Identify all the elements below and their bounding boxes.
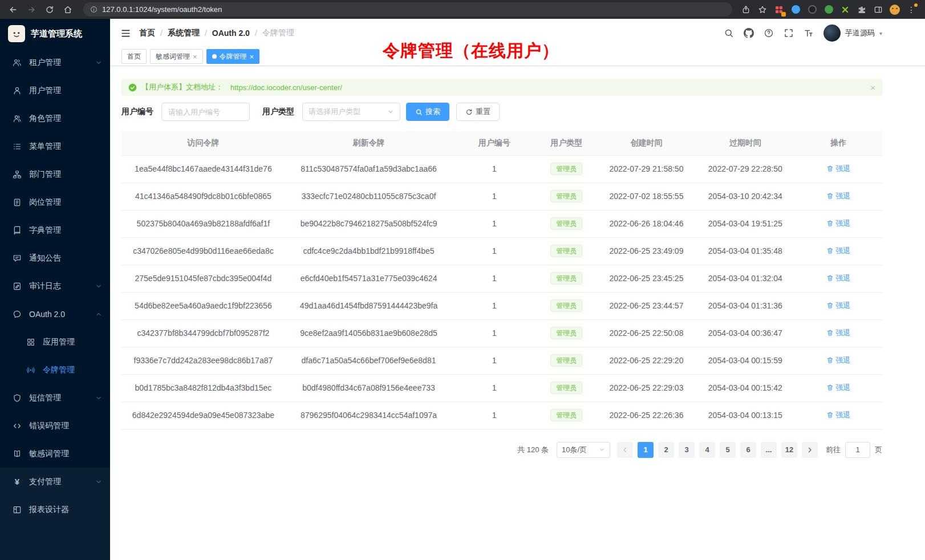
- doc-link[interactable]: https://doc.iocoder.cn/user-center/: [230, 83, 342, 92]
- force-logout-button[interactable]: 强退: [826, 218, 850, 229]
- user-id-input[interactable]: [161, 103, 250, 121]
- force-logout-button[interactable]: 强退: [826, 355, 850, 366]
- tab-token[interactable]: 令牌管理×: [206, 49, 260, 64]
- user-type-badge: 管理员: [550, 409, 582, 421]
- user-type-select[interactable]: 请选择用户类型: [302, 103, 400, 121]
- force-logout-button[interactable]: 强退: [826, 164, 850, 174]
- extension-lime-icon[interactable]: [839, 4, 851, 15]
- user-type-badge: 管理员: [550, 354, 582, 367]
- trash-icon: [826, 411, 834, 419]
- refresh-icon: [465, 108, 473, 116]
- site-info-icon[interactable]: [90, 6, 98, 13]
- page-button[interactable]: 5: [720, 442, 736, 458]
- sidebar-item-dict[interactable]: 字典管理: [0, 216, 110, 244]
- user-menu[interactable]: 芋道源码 ▾: [823, 25, 882, 42]
- tab-sensitive-word[interactable]: 敏感词管理×: [150, 49, 203, 64]
- sidebar-item-role[interactable]: 角色管理: [0, 104, 110, 132]
- search-button[interactable]: 搜索: [406, 103, 449, 121]
- sidebar-item-user[interactable]: 用户管理: [0, 76, 110, 104]
- font-size-icon[interactable]: [804, 28, 814, 38]
- reload-icon[interactable]: [42, 2, 57, 17]
- home-icon[interactable]: [60, 2, 75, 17]
- table-row: 6d842e2924594de9a09e45e087323abe8796295f…: [121, 401, 882, 429]
- sidebar-item-tenant[interactable]: 租户管理: [0, 48, 110, 76]
- close-icon[interactable]: ×: [193, 53, 197, 60]
- tab-home[interactable]: 首页: [121, 49, 147, 64]
- page-content: 【用户体系】文档地址： https://doc.iocoder.cn/user-…: [110, 66, 925, 458]
- sidebar-item-oauth2-token[interactable]: 令牌管理: [0, 356, 110, 384]
- search-icon[interactable]: [724, 28, 734, 38]
- force-logout-button[interactable]: 强退: [826, 273, 850, 283]
- forward-icon[interactable]: [24, 2, 39, 17]
- close-icon[interactable]: ×: [870, 83, 875, 92]
- user-type-badge: 管理员: [550, 272, 582, 285]
- split-view-icon[interactable]: [873, 4, 884, 15]
- page-button[interactable]: 4: [699, 442, 715, 458]
- layout-icon: [13, 505, 22, 514]
- user-type-badge: 管理员: [550, 382, 582, 394]
- breadcrumb-oauth2[interactable]: OAuth 2.0: [212, 29, 250, 38]
- sidebar-item-oauth2[interactable]: OAuth 2.0: [0, 300, 110, 328]
- page-size-select[interactable]: 10条/页: [557, 442, 610, 458]
- help-icon[interactable]: [764, 28, 774, 38]
- force-logout-button[interactable]: 强退: [826, 328, 850, 338]
- breadcrumb-system[interactable]: 系统管理: [168, 28, 200, 38]
- prev-page-button[interactable]: [617, 442, 633, 458]
- check-circle-icon: [128, 83, 137, 92]
- force-logout-button[interactable]: 强退: [826, 383, 850, 393]
- user-type-label: 用户类型: [262, 107, 294, 117]
- sidebar-item-sensitive-word[interactable]: 敏感词管理: [0, 440, 110, 468]
- extension-dark-icon[interactable]: [806, 4, 818, 15]
- bookmark-star-icon[interactable]: [757, 4, 768, 15]
- sidebar-item-audit-log[interactable]: 审计日志: [0, 272, 110, 300]
- page-button[interactable]: 6: [740, 442, 756, 458]
- profile-avatar[interactable]: [889, 4, 900, 15]
- next-page-button[interactable]: [802, 442, 818, 458]
- force-logout-button[interactable]: 强退: [826, 191, 850, 201]
- sidebar-item-error-code[interactable]: 错误码管理: [0, 412, 110, 440]
- user-type-badge: 管理员: [550, 245, 582, 257]
- force-logout-button[interactable]: 强退: [826, 246, 850, 256]
- share-icon[interactable]: [740, 4, 752, 15]
- sidebar-item-dept[interactable]: 部门管理: [0, 160, 110, 188]
- sidebar-item-menu[interactable]: 菜单管理: [0, 132, 110, 160]
- sidebar-item-sms[interactable]: 短信管理: [0, 384, 110, 412]
- back-icon[interactable]: [6, 2, 21, 17]
- app-logo[interactable]: 芋道管理系统: [0, 19, 110, 48]
- page-button[interactable]: 12: [781, 442, 797, 458]
- logo-avatar-icon: [8, 25, 25, 42]
- force-logout-button[interactable]: 强退: [826, 410, 850, 420]
- extensions-puzzle-icon[interactable]: [856, 4, 867, 15]
- reset-button[interactable]: 重置: [456, 103, 500, 121]
- more-pages-button[interactable]: ...: [761, 442, 777, 458]
- breadcrumb-home[interactable]: 首页: [139, 28, 155, 38]
- goto-label: 前往: [826, 445, 841, 455]
- page-button[interactable]: 2: [658, 442, 674, 458]
- browser-menu-icon[interactable]: ⋮: [906, 4, 917, 15]
- fullscreen-icon[interactable]: [784, 28, 794, 38]
- col-expires: 过期时间: [696, 131, 794, 155]
- table-row: 275e5de9151045fe87cbdc395e004f4de6cfd40e…: [121, 265, 882, 292]
- sidebar: 芋道管理系统 租户管理 用户管理 角色管理 菜单管理 部门管理: [0, 19, 110, 560]
- chevron-down-icon: [95, 59, 102, 66]
- org-tree-icon: [13, 170, 22, 179]
- extension-green-icon[interactable]: [823, 4, 834, 15]
- sidebar-toggle-icon[interactable]: [120, 28, 131, 39]
- force-logout-button[interactable]: 强退: [826, 301, 850, 311]
- sidebar-item-oauth2-app[interactable]: 应用管理: [0, 328, 110, 356]
- open-book-icon: [13, 449, 22, 458]
- sidebar-item-pay[interactable]: ¥ 支付管理: [0, 468, 110, 496]
- github-icon[interactable]: [744, 28, 754, 38]
- sidebar-item-report-designer[interactable]: 报表设计器: [0, 496, 110, 524]
- extension-blue-icon[interactable]: [790, 4, 801, 15]
- sidebar-item-post[interactable]: 岗位管理: [0, 188, 110, 216]
- goto-page-input[interactable]: [845, 442, 870, 458]
- page-button[interactable]: 1: [638, 442, 654, 458]
- trash-icon: [826, 192, 834, 200]
- page-button[interactable]: 3: [679, 442, 695, 458]
- table-row: 54d6be82ee5a460a9aedc1f9bf22365649d1aa46…: [121, 292, 882, 319]
- close-icon[interactable]: ×: [250, 53, 254, 60]
- address-bar[interactable]: 127.0.0.1:1024/system/oauth2/token: [83, 2, 732, 17]
- extension-grid-icon[interactable]: [773, 4, 785, 15]
- sidebar-item-notice[interactable]: 通知公告: [0, 244, 110, 272]
